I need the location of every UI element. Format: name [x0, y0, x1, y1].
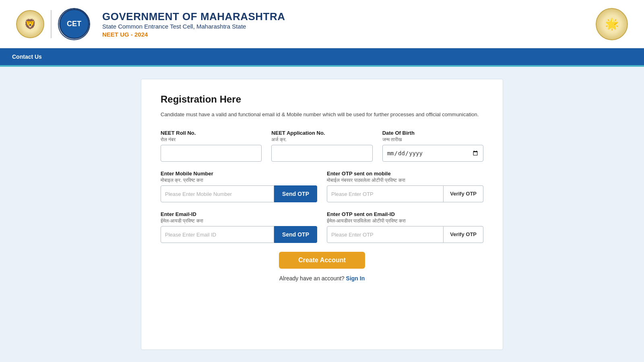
- email-label-mr: ईमेल-आयडी प्रविष्ट करा: [161, 218, 317, 224]
- email-input[interactable]: [161, 226, 274, 243]
- site-subtitle: State Common Entrance Test Cell, Maharas…: [102, 23, 246, 30]
- neet-app-field-group: NEET Application No. अर्ज क्र.: [271, 130, 372, 162]
- dob-label-mr: जन्म तारीख: [382, 137, 483, 142]
- otp-mobile-field-group: Enter OTP sent on mobile मोबाईल नंबरवर प…: [327, 171, 483, 202]
- fields-row-1: NEET Roll No. रोल नंबर NEET Application …: [161, 130, 483, 162]
- fields-row-2: Enter Mobile Number मोबाइल क्र. प्रविष्ट…: [161, 171, 483, 202]
- cet-circle-icon: CET: [59, 9, 89, 39]
- neet-roll-field-group: NEET Roll No. रोल नंबर: [161, 130, 262, 162]
- otp-mobile-label-mr: मोबाईल नंबरवर पाठवलेला ओटीपी प्रविष्ट कर…: [327, 177, 483, 183]
- neet-tag: NEET UG - 2024: [102, 31, 588, 38]
- otp-mobile-label-en: Enter OTP sent on mobile: [327, 171, 483, 177]
- otp-email-input-group: Verify OTP: [327, 226, 483, 243]
- email-field-group: Enter Email-ID ईमेल-आयडी प्रविष्ट करा Se…: [161, 211, 317, 243]
- header-text-block: GOVERNMENT OF MAHARASHTRA State Common E…: [98, 10, 588, 38]
- email-label-en: Enter Email-ID: [161, 211, 317, 217]
- send-otp-mobile-button[interactable]: Send OTP: [274, 185, 317, 202]
- neet-app-label-mr: अर्ज क्र.: [271, 137, 372, 142]
- otp-email-label-en: Enter OTP sent on Email-ID: [327, 211, 483, 217]
- sign-in-link[interactable]: Sign In: [346, 275, 365, 282]
- dob-label-en: Date Of Birth: [382, 130, 483, 136]
- form-description: Candidate must have a valid and function…: [161, 111, 483, 119]
- otp-email-input[interactable]: [327, 226, 444, 243]
- neet-app-label-en: NEET Application No.: [271, 130, 372, 136]
- main-navbar: Contact Us: [0, 48, 644, 65]
- maharashtra-emblem-icon: 🌟: [596, 8, 628, 40]
- create-account-button[interactable]: Create Account: [279, 252, 365, 269]
- form-title: Registration Here: [161, 94, 483, 105]
- contact-us-link[interactable]: Contact Us: [12, 53, 42, 60]
- mobile-label-mr: मोबाइल क्र. प्रविष्ट करा: [161, 177, 317, 183]
- mobile-field-group: Enter Mobile Number मोबाइल क्र. प्रविष्ट…: [161, 171, 317, 202]
- mobile-input-group: Send OTP: [161, 185, 317, 202]
- mobile-label-en: Enter Mobile Number: [161, 171, 317, 177]
- send-otp-email-button[interactable]: Send OTP: [274, 226, 317, 243]
- already-account-text: Already have an account? Sign In: [161, 275, 483, 282]
- site-header: 🦁 CET GOVERNMENT OF MAHARASHTRA State Co…: [0, 0, 644, 48]
- site-title: GOVERNMENT OF MAHARASHTRA: [102, 10, 588, 23]
- neet-roll-label-en: NEET Roll No.: [161, 130, 262, 136]
- header-divider: [51, 10, 52, 38]
- main-container: Registration Here Candidate must have a …: [0, 67, 644, 362]
- neet-app-input[interactable]: [271, 145, 372, 162]
- ashoka-emblem-icon: 🦁: [16, 10, 44, 38]
- dob-field-group: Date Of Birth जन्म तारीख: [382, 130, 483, 162]
- cet-logo-icon: CET: [58, 8, 90, 40]
- neet-roll-input[interactable]: [161, 145, 262, 162]
- dob-input[interactable]: [382, 145, 483, 162]
- fields-row-3: Enter Email-ID ईमेल-आयडी प्रविष्ट करा Se…: [161, 211, 483, 243]
- header-logos: 🦁 CET: [16, 8, 90, 40]
- registration-form-card: Registration Here Candidate must have a …: [141, 79, 503, 350]
- otp-mobile-input[interactable]: [327, 185, 444, 202]
- otp-email-field-group: Enter OTP sent on Email-ID ईमेल-आयडीवर प…: [327, 211, 483, 243]
- email-input-group: Send OTP: [161, 226, 317, 243]
- verify-otp-mobile-button[interactable]: Verify OTP: [444, 185, 483, 202]
- verify-otp-email-button[interactable]: Verify OTP: [444, 226, 483, 243]
- mobile-input[interactable]: [161, 185, 274, 202]
- otp-mobile-input-group: Verify OTP: [327, 185, 483, 202]
- otp-email-label-mr: ईमेल-आयडीवर पाठविलेला ओटीपी प्रविष्ट करा: [327, 218, 483, 224]
- neet-roll-label-mr: रोल नंबर: [161, 137, 262, 142]
- already-account-label: Already have an account?: [279, 275, 345, 282]
